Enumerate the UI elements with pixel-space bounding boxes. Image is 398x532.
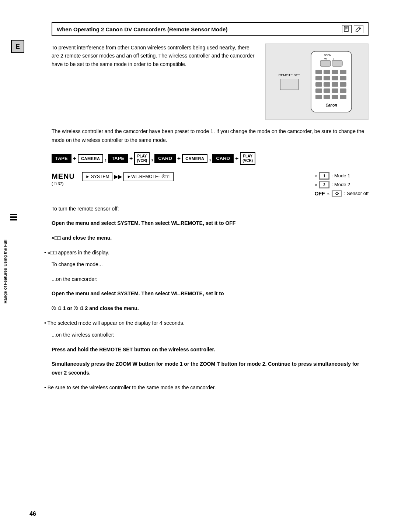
- svg-rect-25: [332, 88, 338, 93]
- vcr-label-1: (VCR): [137, 159, 147, 163]
- page-number: 46: [29, 511, 36, 517]
- preset-text: The wireless controller and the camcorde…: [52, 127, 369, 145]
- wave-off-bold: «□□ and close the menu.: [52, 235, 112, 241]
- comma-1: ,: [105, 154, 107, 162]
- document-icon: [342, 25, 352, 33]
- mode1-line: « 1 : Mode 1: [315, 172, 369, 180]
- btn-tape-1: TAPE: [52, 154, 71, 163]
- menu-word: MENU: [52, 172, 75, 181]
- open-menu-mode: Open the menu and select SYSTEM. Then se…: [52, 289, 369, 298]
- svg-rect-17: [332, 76, 338, 80]
- remote-image: REMOTE SET ZOOM W T: [265, 44, 369, 120]
- svg-rect-14: [340, 70, 346, 74]
- sidebar-text-line1: Using the Full: [3, 240, 7, 267]
- btn-card-2: CARD: [212, 154, 234, 163]
- button-combo-row: TAPE + CAMERA , TAPE + PLAY (VCR) , CARD…: [52, 152, 369, 165]
- remote-svg: ZOOM W T: [307, 49, 355, 114]
- svg-rect-9: [320, 60, 331, 66]
- svg-text:T: T: [332, 58, 334, 60]
- heading-box: When Operating 2 Canon DV Camcorders (Re…: [52, 22, 369, 36]
- svg-rect-11: [315, 70, 322, 74]
- mode-options: ®□1 1 or ®□1 2 and close the menu.: [52, 304, 369, 313]
- off-mode-line: OFF « : Sensor off: [315, 190, 369, 197]
- bullet-2: The selected mode will appear on the dis…: [44, 319, 369, 328]
- svg-rect-19: [315, 82, 322, 87]
- svg-rect-20: [324, 82, 330, 87]
- svg-line-4: [359, 28, 360, 29]
- svg-rect-36: [332, 191, 341, 197]
- press-hold: Press and hold the REMOTE SET button on …: [52, 345, 369, 354]
- on-camcorder: ...on the camcorder:: [52, 275, 369, 284]
- menu-nav-right: « 1 : Mode 1 « 2 : Mode 2 OFF « : S: [315, 172, 369, 197]
- nav-system: ► SYSTEM: [82, 172, 113, 181]
- remote-set-box: [280, 79, 298, 90]
- bullet-1: «□□ appears in the display.: [44, 248, 369, 257]
- turn-off-intro: To turn the remote sensor off:: [52, 205, 369, 213]
- heading-title: When Operating 2 Canon DV Camcorders (Re…: [57, 26, 227, 32]
- svg-rect-27: [315, 95, 322, 99]
- btn-card-1: CARD: [154, 154, 176, 163]
- play-label-2: PLAY: [243, 154, 252, 158]
- svg-rect-24: [324, 88, 330, 93]
- press-hold-bold: Press and hold the REMOTE SET button on …: [52, 347, 215, 352]
- remote-control: ZOOM W T: [307, 49, 355, 114]
- open-menu-mode-bold: Open the menu and select SYSTEM. Then se…: [52, 291, 224, 296]
- play-label-1: PLAY: [137, 154, 147, 158]
- remote-set-label: REMOTE SET: [279, 73, 300, 77]
- remote-set-section: REMOTE SET: [279, 73, 300, 90]
- svg-rect-21: [332, 82, 338, 87]
- off-text: : Sensor off: [344, 191, 369, 196]
- plus-3: +: [177, 155, 181, 162]
- svg-text:2: 2: [323, 183, 325, 187]
- btn-camera-1: CAMERA: [78, 154, 103, 163]
- simultaneously: Simultaneously press the ZOOM W button f…: [52, 360, 369, 378]
- svg-rect-30: [340, 95, 346, 99]
- plus-2: +: [129, 155, 133, 162]
- e-label: E: [15, 43, 20, 51]
- heading-icons: [342, 25, 363, 33]
- wave-off: «□□ and close the menu.: [52, 234, 369, 243]
- e-badge: E: [11, 40, 24, 53]
- change-mode-intro: To change the mode...: [52, 260, 369, 269]
- svg-rect-15: [315, 76, 322, 80]
- svg-rect-13: [332, 70, 338, 74]
- comma-2: ,: [151, 154, 153, 162]
- btn-camera-2: CAMERA: [182, 154, 207, 163]
- svg-rect-29: [332, 95, 338, 99]
- svg-rect-22: [340, 82, 346, 87]
- simultaneously-bold: Simultaneously press the ZOOM W button f…: [52, 361, 359, 376]
- plus-1: +: [73, 155, 76, 162]
- mode1-text: : Mode 1: [332, 173, 350, 178]
- svg-rect-16: [324, 76, 330, 80]
- pencil-icon: [354, 25, 363, 33]
- sidebar-label: Using the Full Range of Features: [0, 240, 10, 303]
- svg-rect-10: [332, 60, 342, 66]
- btn-play-vcr-2: PLAY (VCR): [240, 152, 255, 165]
- mode1-icon: 1: [319, 172, 329, 180]
- on-controller: ...on the wireless controller:: [52, 331, 369, 340]
- svg-text:Canon: Canon: [326, 103, 337, 107]
- svg-rect-18: [340, 76, 346, 80]
- svg-rect-12: [324, 70, 330, 74]
- bullet-3: Be sure to set the wireless controller t…: [44, 383, 369, 392]
- mode2-icon: 2: [319, 181, 329, 188]
- off-icon: [332, 190, 342, 197]
- mode1-wave: «: [315, 174, 317, 178]
- comma-3: ,: [209, 154, 211, 162]
- sidebar-divider: [10, 214, 17, 220]
- mode2-text: : Mode 2: [332, 182, 350, 187]
- mode2-wave: «: [315, 182, 317, 187]
- mode-options-bold: ®□1 1 or ®□1 2 and close the menu.: [52, 305, 139, 311]
- sidebar-text-line2: Range of Features: [3, 268, 7, 303]
- svg-text:1: 1: [323, 174, 325, 178]
- open-menu-off-bold: Open the menu and select SYSTEM. Then se…: [52, 220, 235, 226]
- off-label: OFF: [315, 191, 325, 197]
- open-menu-off: Open the menu and select SYSTEM. Then se…: [52, 219, 369, 228]
- btn-tape-2: TAPE: [108, 154, 128, 163]
- menu-nav-arrows: ► SYSTEM ▶▶ ►WL.REMOTE···®□1: [82, 172, 307, 181]
- nav-wl-remote: ►WL.REMOTE···®□1: [123, 172, 173, 181]
- nav-arrow: ▶▶: [114, 174, 122, 180]
- svg-text:W: W: [324, 58, 327, 60]
- plus-4: +: [235, 155, 238, 162]
- svg-text:ZOOM: ZOOM: [324, 54, 332, 56]
